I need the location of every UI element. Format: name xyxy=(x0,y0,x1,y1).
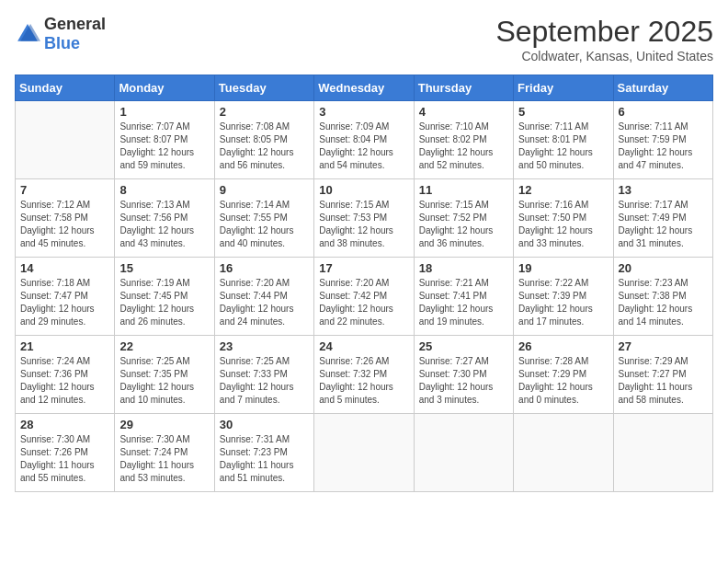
calendar-cell: 6Sunrise: 7:11 AM Sunset: 7:59 PM Daylig… xyxy=(613,101,712,179)
day-number: 25 xyxy=(419,339,508,353)
day-number: 23 xyxy=(220,339,309,353)
logo-general: General xyxy=(44,15,106,33)
weekday-header-tuesday: Tuesday xyxy=(214,75,313,101)
calendar-cell: 14Sunrise: 7:18 AM Sunset: 7:47 PM Dayli… xyxy=(16,258,115,336)
calendar-cell: 9Sunrise: 7:14 AM Sunset: 7:55 PM Daylig… xyxy=(214,179,313,258)
calendar-cell xyxy=(514,414,613,492)
weekday-header-saturday: Saturday xyxy=(613,75,712,101)
header: General Blue September 2025 Coldwater, K… xyxy=(15,15,713,63)
calendar-cell: 18Sunrise: 7:21 AM Sunset: 7:41 PM Dayli… xyxy=(414,258,513,336)
weekday-header-wednesday: Wednesday xyxy=(314,75,414,101)
day-number: 8 xyxy=(119,183,209,197)
day-info: Sunrise: 7:27 AM Sunset: 7:30 PM Dayligh… xyxy=(419,355,508,407)
day-info: Sunrise: 7:15 AM Sunset: 7:53 PM Dayligh… xyxy=(319,199,408,250)
calendar-cell: 1Sunrise: 7:07 AM Sunset: 8:07 PM Daylig… xyxy=(115,101,214,179)
day-number: 19 xyxy=(518,261,608,275)
calendar-cell: 2Sunrise: 7:08 AM Sunset: 8:05 PM Daylig… xyxy=(214,101,313,179)
day-number: 4 xyxy=(419,105,508,119)
calendar-cell: 28Sunrise: 7:30 AM Sunset: 7:26 PM Dayli… xyxy=(16,414,115,492)
calendar-cell xyxy=(314,414,414,492)
day-number: 11 xyxy=(419,183,508,197)
calendar-table: SundayMondayTuesdayWednesdayThursdayFrid… xyxy=(15,75,713,492)
week-row-2: 7Sunrise: 7:12 AM Sunset: 7:58 PM Daylig… xyxy=(16,179,713,258)
week-row-3: 14Sunrise: 7:18 AM Sunset: 7:47 PM Dayli… xyxy=(16,258,713,336)
weekday-header-thursday: Thursday xyxy=(414,75,513,101)
calendar-cell: 21Sunrise: 7:24 AM Sunset: 7:36 PM Dayli… xyxy=(16,336,115,414)
calendar-cell: 26Sunrise: 7:28 AM Sunset: 7:29 PM Dayli… xyxy=(514,336,613,414)
week-row-1: 1Sunrise: 7:07 AM Sunset: 8:07 PM Daylig… xyxy=(16,101,713,179)
day-number: 2 xyxy=(220,105,309,119)
calendar-cell: 16Sunrise: 7:20 AM Sunset: 7:44 PM Dayli… xyxy=(214,258,313,336)
day-number: 6 xyxy=(619,105,708,119)
day-number: 9 xyxy=(220,183,309,197)
day-number: 28 xyxy=(20,418,109,431)
calendar-cell xyxy=(414,414,513,492)
weekday-header-monday: Monday xyxy=(115,75,214,101)
calendar-cell xyxy=(16,101,115,179)
day-info: Sunrise: 7:14 AM Sunset: 7:55 PM Dayligh… xyxy=(220,199,309,250)
day-number: 18 xyxy=(419,261,508,275)
logo-blue: Blue xyxy=(44,34,80,52)
calendar-cell: 7Sunrise: 7:12 AM Sunset: 7:58 PM Daylig… xyxy=(16,179,115,258)
day-info: Sunrise: 7:10 AM Sunset: 8:02 PM Dayligh… xyxy=(419,121,508,172)
day-info: Sunrise: 7:11 AM Sunset: 7:59 PM Dayligh… xyxy=(619,121,708,172)
day-number: 14 xyxy=(20,261,109,275)
day-number: 16 xyxy=(220,261,309,275)
calendar-cell: 13Sunrise: 7:17 AM Sunset: 7:49 PM Dayli… xyxy=(613,179,712,258)
calendar-cell: 3Sunrise: 7:09 AM Sunset: 8:04 PM Daylig… xyxy=(314,101,414,179)
calendar-cell: 24Sunrise: 7:26 AM Sunset: 7:32 PM Dayli… xyxy=(314,336,414,414)
day-number: 27 xyxy=(619,339,708,353)
day-info: Sunrise: 7:23 AM Sunset: 7:38 PM Dayligh… xyxy=(619,277,708,328)
day-info: Sunrise: 7:24 AM Sunset: 7:36 PM Dayligh… xyxy=(20,355,109,407)
calendar-cell: 30Sunrise: 7:31 AM Sunset: 7:23 PM Dayli… xyxy=(214,414,313,492)
location-subtitle: Coldwater, Kansas, United States xyxy=(495,49,713,63)
day-info: Sunrise: 7:25 AM Sunset: 7:35 PM Dayligh… xyxy=(119,355,209,407)
day-info: Sunrise: 7:21 AM Sunset: 7:41 PM Dayligh… xyxy=(419,277,508,328)
calendar-cell: 19Sunrise: 7:22 AM Sunset: 7:39 PM Dayli… xyxy=(514,258,613,336)
day-number: 30 xyxy=(220,418,309,431)
day-number: 29 xyxy=(119,418,209,431)
day-info: Sunrise: 7:17 AM Sunset: 7:49 PM Dayligh… xyxy=(619,199,708,250)
calendar-cell: 17Sunrise: 7:20 AM Sunset: 7:42 PM Dayli… xyxy=(314,258,414,336)
day-number: 26 xyxy=(518,339,608,353)
logo: General Blue xyxy=(15,15,106,53)
day-number: 1 xyxy=(119,105,209,119)
calendar-cell: 5Sunrise: 7:11 AM Sunset: 8:01 PM Daylig… xyxy=(514,101,613,179)
day-info: Sunrise: 7:13 AM Sunset: 7:56 PM Dayligh… xyxy=(119,199,209,250)
calendar-cell: 11Sunrise: 7:15 AM Sunset: 7:52 PM Dayli… xyxy=(414,179,513,258)
day-number: 7 xyxy=(20,183,109,197)
day-info: Sunrise: 7:30 AM Sunset: 7:24 PM Dayligh… xyxy=(119,433,209,485)
day-number: 24 xyxy=(319,339,408,353)
day-info: Sunrise: 7:20 AM Sunset: 7:44 PM Dayligh… xyxy=(220,277,309,328)
title-block: September 2025 Coldwater, Kansas, United… xyxy=(495,15,713,63)
day-info: Sunrise: 7:31 AM Sunset: 7:23 PM Dayligh… xyxy=(220,433,309,485)
day-info: Sunrise: 7:26 AM Sunset: 7:32 PM Dayligh… xyxy=(319,355,408,407)
day-number: 12 xyxy=(518,183,608,197)
calendar-cell: 10Sunrise: 7:15 AM Sunset: 7:53 PM Dayli… xyxy=(314,179,414,258)
calendar-cell xyxy=(613,414,712,492)
week-row-5: 28Sunrise: 7:30 AM Sunset: 7:26 PM Dayli… xyxy=(16,414,713,492)
weekday-header-friday: Friday xyxy=(514,75,613,101)
calendar-cell: 15Sunrise: 7:19 AM Sunset: 7:45 PM Dayli… xyxy=(115,258,214,336)
day-info: Sunrise: 7:22 AM Sunset: 7:39 PM Dayligh… xyxy=(518,277,608,328)
day-info: Sunrise: 7:18 AM Sunset: 7:47 PM Dayligh… xyxy=(20,277,109,328)
day-number: 20 xyxy=(619,261,708,275)
day-info: Sunrise: 7:20 AM Sunset: 7:42 PM Dayligh… xyxy=(319,277,408,328)
day-number: 17 xyxy=(319,261,408,275)
calendar-cell: 20Sunrise: 7:23 AM Sunset: 7:38 PM Dayli… xyxy=(613,258,712,336)
day-info: Sunrise: 7:30 AM Sunset: 7:26 PM Dayligh… xyxy=(20,433,109,485)
calendar-cell: 4Sunrise: 7:10 AM Sunset: 8:02 PM Daylig… xyxy=(414,101,513,179)
day-number: 10 xyxy=(319,183,408,197)
day-number: 5 xyxy=(518,105,608,119)
day-info: Sunrise: 7:12 AM Sunset: 7:58 PM Dayligh… xyxy=(20,199,109,250)
day-info: Sunrise: 7:07 AM Sunset: 8:07 PM Dayligh… xyxy=(119,121,209,172)
day-info: Sunrise: 7:25 AM Sunset: 7:33 PM Dayligh… xyxy=(220,355,309,407)
calendar-cell: 29Sunrise: 7:30 AM Sunset: 7:24 PM Dayli… xyxy=(115,414,214,492)
day-info: Sunrise: 7:15 AM Sunset: 7:52 PM Dayligh… xyxy=(419,199,508,250)
day-number: 3 xyxy=(319,105,408,119)
weekday-header-row: SundayMondayTuesdayWednesdayThursdayFrid… xyxy=(16,75,713,101)
logo-icon xyxy=(15,21,40,47)
calendar-cell: 25Sunrise: 7:27 AM Sunset: 7:30 PM Dayli… xyxy=(414,336,513,414)
week-row-4: 21Sunrise: 7:24 AM Sunset: 7:36 PM Dayli… xyxy=(16,336,713,414)
day-number: 13 xyxy=(619,183,708,197)
